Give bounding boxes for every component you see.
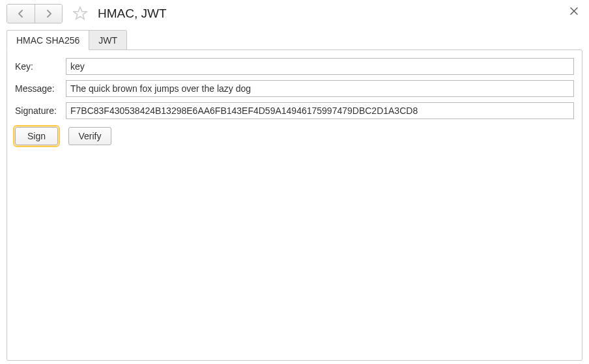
key-label: Key:	[15, 61, 66, 72]
row-message: Message:	[15, 80, 574, 97]
page-title: HMAC, JWT	[98, 7, 167, 21]
row-signature: Signature:	[15, 102, 574, 119]
message-label: Message:	[15, 83, 66, 94]
signature-input[interactable]	[66, 102, 574, 119]
star-icon	[72, 5, 89, 22]
tab-jwt[interactable]: JWT	[89, 30, 127, 50]
tab-container: HMAC SHA256 JWT Key: Message: Signature:…	[0, 30, 589, 361]
favorite-button[interactable]	[72, 5, 89, 22]
message-input[interactable]	[66, 80, 574, 97]
arrow-right-icon	[44, 8, 54, 19]
close-button[interactable]	[568, 5, 580, 17]
close-icon	[570, 7, 578, 15]
button-row: Sign Verify	[15, 127, 574, 145]
arrow-left-icon	[16, 8, 26, 19]
forward-button[interactable]	[35, 5, 62, 23]
row-key: Key:	[15, 58, 574, 75]
tab-hmac-sha256[interactable]: HMAC SHA256	[7, 30, 89, 50]
key-input[interactable]	[66, 58, 574, 75]
tabstrip: HMAC SHA256 JWT	[7, 30, 582, 50]
signature-label: Signature:	[15, 105, 66, 116]
back-button[interactable]	[7, 5, 35, 23]
verify-button[interactable]: Verify	[68, 127, 111, 145]
tab-panel-hmac: Key: Message: Signature: Sign Verify	[7, 49, 582, 361]
nav-group	[7, 4, 63, 23]
sign-button[interactable]: Sign	[15, 127, 58, 145]
header: HMAC, JWT	[0, 0, 589, 30]
